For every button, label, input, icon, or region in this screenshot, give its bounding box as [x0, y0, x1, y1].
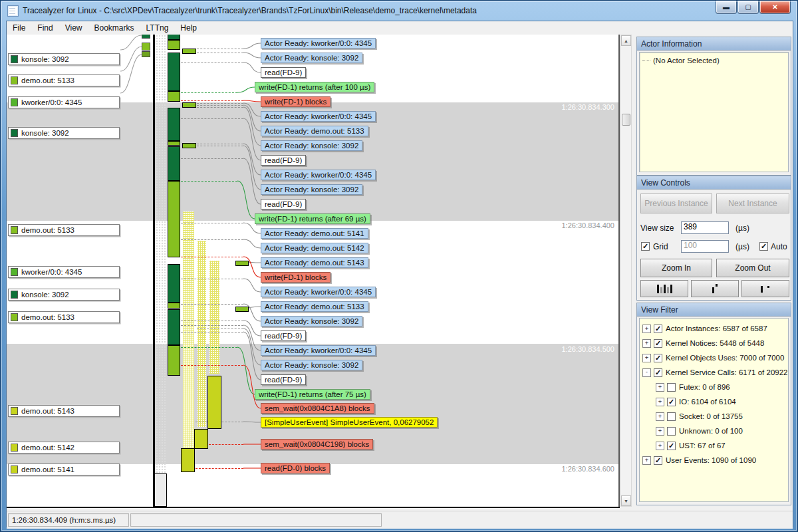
menu-item-help[interactable]: Help: [174, 22, 203, 34]
vertical-scrollbar[interactable]: ▲ ▼: [620, 35, 632, 507]
filter-tree-item[interactable]: +✓UST: 67 of 67: [642, 438, 788, 453]
event-label-call[interactable]: read(FD-9): [261, 67, 306, 78]
event-label-ready[interactable]: Actor Ready: demo.out: 5142: [261, 243, 368, 253]
event-label-ready[interactable]: Actor Ready: konsole: 3092: [261, 184, 362, 195]
event-label-ready[interactable]: Actor Ready: kworker/0:0: 4345: [261, 345, 376, 356]
execution-bar-dark[interactable]: [168, 108, 180, 141]
filter-tree-item[interactable]: +✓User Events: 1090 of 1090: [642, 453, 788, 467]
actor-label[interactable]: demo.out: 5142: [8, 442, 120, 454]
filter-checkbox[interactable]: ✓: [667, 442, 676, 450]
event-label-ret[interactable]: write(FD-1) returns (after 75 µs): [255, 389, 370, 400]
event-label-ready[interactable]: Actor Ready: demo.out: 5143: [261, 257, 368, 268]
filter-checkbox[interactable]: [667, 412, 676, 421]
event-label-block[interactable]: write(FD-1) blocks: [261, 96, 331, 107]
expand-plus-icon[interactable]: +: [642, 456, 651, 465]
execution-bar-lime[interactable]: [235, 261, 249, 266]
filter-tree-item[interactable]: +Unknown: 0 of 100: [642, 424, 788, 438]
filter-tree-item[interactable]: +✓Kernel Objects Uses: 7000 of 7000: [642, 350, 788, 365]
auto-checkbox[interactable]: ✓: [759, 242, 768, 251]
grid-checkbox[interactable]: ✓: [641, 242, 650, 251]
event-label-ready[interactable]: Actor Ready: kworker/0:0: 4345: [261, 170, 376, 180]
expand-plus-icon[interactable]: +: [656, 398, 664, 406]
actor-label[interactable]: demo.out: 5141: [8, 464, 120, 475]
filter-tree-item[interactable]: +✓Kernel Notices: 5448 of 5448: [642, 336, 788, 350]
event-label-block[interactable]: write(FD-1) blocks: [261, 272, 331, 283]
filter-checkbox[interactable]: ✓: [654, 368, 662, 377]
event-label-call[interactable]: read(FD-9): [261, 199, 306, 209]
execution-bar-dark[interactable]: [168, 264, 180, 303]
event-label-ret[interactable]: write(FD-1) returns (after 100 µs): [255, 82, 374, 92]
menu-item-lttng[interactable]: LTTng: [140, 22, 175, 34]
event-label-call[interactable]: read(FD-9): [261, 374, 306, 385]
execution-bar-lime[interactable]: [168, 303, 180, 309]
title-bar[interactable]: Tracealyzer for Linux - C:\src\XPDev\Tra…: [1, 1, 797, 21]
event-label-user[interactable]: [SimpleUserEvent] SimpleUserEvent, 0,062…: [261, 417, 438, 428]
filter-checkbox[interactable]: ✓: [667, 398, 676, 406]
filter-checkbox[interactable]: ✓: [654, 325, 662, 333]
detail-level-high-button[interactable]: [640, 280, 688, 297]
filter-tree-item[interactable]: -✓Kernel Service Calls: 6171 of 20922: [642, 365, 788, 380]
actor-label[interactable]: konsole: 3092: [8, 127, 120, 139]
expand-plus-icon[interactable]: +: [656, 442, 664, 450]
maximize-button[interactable]: ▢: [737, 1, 759, 14]
actor-label[interactable]: demo.out: 5143: [8, 405, 120, 417]
expand-plus-icon[interactable]: +: [642, 325, 651, 333]
zoom-in-button[interactable]: Zoom In: [640, 259, 712, 277]
event-label-call[interactable]: read(FD-9): [261, 331, 306, 341]
filter-checkbox[interactable]: ✓: [654, 339, 662, 348]
execution-bar-dark[interactable]: [168, 309, 180, 345]
actor-label[interactable]: konsole: 3092: [8, 53, 120, 65]
execution-bar-dark[interactable]: [168, 53, 180, 91]
event-label-call[interactable]: read(FD-9): [261, 155, 306, 166]
expand-plus-icon[interactable]: +: [656, 427, 664, 436]
execution-bar-lime[interactable]: [168, 345, 180, 376]
execution-bar-lime[interactable]: [168, 181, 180, 257]
event-label-ready[interactable]: Actor Ready: konsole: 3092: [261, 360, 362, 370]
execution-bar-idle[interactable]: [155, 473, 167, 507]
event-label-ready[interactable]: Actor Ready: konsole: 3092: [261, 316, 362, 327]
actor-label[interactable]: kworker/0:0: 4345: [8, 96, 120, 108]
event-label-block[interactable]: sem_wait(0x0804C198) blocks: [261, 439, 373, 450]
expand-plus-icon[interactable]: +: [642, 339, 651, 348]
execution-bar-lime[interactable]: [235, 307, 249, 312]
execution-bar-lime[interactable]: [182, 102, 196, 108]
execution-bar-dark[interactable]: [168, 146, 180, 181]
event-label-ready[interactable]: Actor Ready: demo.out: 5141: [261, 228, 368, 239]
close-button[interactable]: ✕: [759, 1, 791, 14]
detail-level-medium-button[interactable]: [691, 280, 739, 297]
execution-bar-lime[interactable]: [182, 143, 196, 148]
event-label-ready[interactable]: Actor Ready: demo.out: 5133: [261, 301, 368, 312]
grid-spacing-input[interactable]: 100: [681, 240, 729, 253]
expand-plus-icon[interactable]: +: [656, 383, 664, 392]
execution-bar-lime[interactable]: [168, 91, 180, 102]
detail-level-low-button[interactable]: [741, 280, 789, 297]
menu-item-file[interactable]: File: [7, 22, 31, 34]
filter-checkbox[interactable]: [667, 383, 676, 392]
filter-checkbox[interactable]: ✓: [654, 456, 662, 465]
event-label-ready[interactable]: Actor Ready: konsole: 3092: [261, 140, 362, 151]
filter-tree-item[interactable]: +✓Actor Instances: 6587 of 6587: [642, 321, 788, 336]
actor-label[interactable]: demo.out: 5133: [8, 224, 120, 236]
actor-label[interactable]: demo.out: 5133: [8, 311, 120, 323]
event-label-ready[interactable]: Actor Ready: kworker/0:0: 4345: [261, 287, 376, 297]
event-label-ready[interactable]: Actor Ready: konsole: 3092: [261, 53, 362, 63]
execution-bar-dark[interactable]: [168, 35, 180, 40]
event-label-block[interactable]: read(FD-0) blocks: [261, 463, 330, 473]
filter-tree-item[interactable]: +Socket: 0 of 13755: [642, 409, 788, 424]
event-label-ret[interactable]: write(FD-1) returns (after 69 µs): [255, 213, 370, 224]
expand-plus-icon[interactable]: +: [642, 354, 651, 362]
zoom-out-button[interactable]: Zoom Out: [716, 259, 789, 277]
scroll-down-arrow[interactable]: ▼: [621, 495, 631, 506]
menu-item-bookmarks[interactable]: Bookmarks: [88, 22, 140, 34]
filter-checkbox[interactable]: [667, 427, 676, 436]
actor-label[interactable]: kworker/0:0: 4345: [8, 266, 120, 278]
minimize-button[interactable]: ▬: [716, 1, 737, 14]
filter-checkbox[interactable]: ✓: [654, 354, 662, 362]
actor-label[interactable]: konsole: 3092: [8, 289, 120, 301]
event-label-ready[interactable]: Actor Ready: kworker/0:0: 4345: [261, 111, 376, 122]
filter-tree-item[interactable]: +Futex: 0 of 896: [642, 380, 788, 394]
previous-instance-button[interactable]: Previous Instance: [640, 194, 712, 213]
event-label-ready[interactable]: Actor Ready: kworker/0:0: 4345: [261, 38, 376, 49]
next-instance-button[interactable]: Next Instance: [716, 194, 789, 213]
filter-tree-item[interactable]: +✓IO: 6104 of 6104: [642, 394, 788, 409]
